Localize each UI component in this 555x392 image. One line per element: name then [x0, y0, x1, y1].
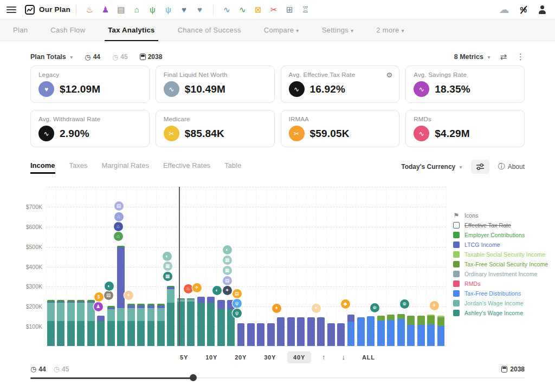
bar-segment-g[interactable]: [397, 314, 405, 319]
milestone-account-icon-3[interactable]: ◐: [223, 245, 232, 254]
bar-segment-a[interactable]: [217, 309, 225, 346]
range-button-all[interactable]: ALL: [356, 351, 381, 363]
milestone-travel-icon[interactable]: ✈: [192, 283, 202, 292]
milestone-travel-globe-icon[interactable]: ⊕: [370, 303, 379, 312]
bar-segment-l[interactable]: [127, 305, 135, 308]
bar-segment-a[interactable]: [177, 302, 185, 346]
bar-segment-a[interactable]: [207, 303, 215, 346]
bar-segment-l[interactable]: [327, 323, 335, 346]
year-chip[interactable]: 2038: [140, 53, 163, 61]
bar-segment-b[interactable]: [427, 324, 435, 346]
bar-segment-e[interactable]: [47, 300, 55, 302]
bank-add-icon[interactable]: ♖: [298, 0, 313, 19]
bar-segment-e[interactable]: [157, 304, 165, 305]
age-primary-chip[interactable]: ◷44: [85, 53, 100, 61]
burn-rate-flame-icon[interactable]: ♨: [82, 0, 98, 19]
range-button-10y[interactable]: 10Y: [199, 351, 223, 363]
chart-tab-effective-rates[interactable]: Effective Rates: [163, 161, 210, 173]
about-button[interactable]: ⓘAbout: [498, 162, 525, 172]
range-button-40y[interactable]: 40Y: [287, 351, 311, 363]
bar-segment-a[interactable]: [187, 302, 195, 346]
selected-year-line[interactable]: [179, 187, 180, 346]
tax-toggle-icon[interactable]: %: [520, 5, 527, 14]
bar-segment-l[interactable]: [337, 323, 345, 346]
bar-segment-j[interactable]: [47, 303, 55, 321]
bar-segment-l[interactable]: [157, 305, 165, 308]
milestone-business-icon-4[interactable]: ▦: [223, 266, 232, 275]
bar-segment-l[interactable]: [77, 302, 85, 303]
milestone-home-icon[interactable]: ⌂: [114, 222, 123, 231]
milestone-money-icon[interactable]: $: [94, 292, 104, 302]
tab-compare[interactable]: Compare▾: [259, 19, 305, 41]
bar-segment-g[interactable]: [417, 316, 425, 325]
bar-segment-l[interactable]: [87, 302, 95, 303]
bar-segment-b[interactable]: [367, 316, 375, 346]
tab-cash-flow[interactable]: Cash Flow: [45, 19, 91, 41]
bar-segment-j[interactable]: [57, 303, 64, 321]
cut-expense-scissors-icon[interactable]: ✂: [266, 0, 282, 19]
retirement-palm-icon-2[interactable]: ψ: [160, 0, 176, 19]
milestone-home-search-icon[interactable]: ⌂: [114, 232, 123, 241]
bar-segment-b[interactable]: [347, 322, 355, 346]
shift-down-button[interactable]: ↓: [337, 351, 351, 363]
milestone-education-icon-4[interactable]: ✦: [312, 304, 321, 313]
bar-segment-j[interactable]: [127, 308, 135, 321]
legend-item-jordan-s-wage-income[interactable]: Jordan's Wage Income: [453, 298, 548, 308]
home-purchase-icon[interactable]: ⌂: [129, 0, 145, 19]
bar-segment-a[interactable]: [97, 321, 105, 346]
legend-item-ashley-s-wage-income[interactable]: Ashley's Wage Income: [453, 308, 548, 318]
bar-segment-g[interactable]: [437, 317, 445, 326]
range-button-5y[interactable]: 5Y: [174, 351, 194, 363]
bar-segment-j[interactable]: [77, 303, 85, 321]
tab-chance-of-success[interactable]: Chance of Success: [172, 19, 247, 41]
bar-segment-t[interactable]: [437, 316, 445, 317]
bar-segment-e[interactable]: [67, 300, 75, 302]
bar-segment-e[interactable]: [57, 300, 64, 302]
bar-segment-a[interactable]: [137, 321, 145, 346]
bar-segment-e[interactable]: [187, 298, 195, 299]
milestone-travel-icon-2[interactable]: ✈: [430, 301, 439, 310]
bar-segment-b[interactable]: [397, 319, 405, 346]
tab-more[interactable]: 2 more▾: [371, 19, 410, 41]
bar-segment-b[interactable]: [377, 321, 385, 346]
bar-segment-e[interactable]: [137, 304, 145, 305]
kebab-menu-icon[interactable]: ⋮: [517, 52, 525, 62]
cashflow-chart-icon[interactable]: ∿: [219, 0, 235, 19]
app-logo-icon[interactable]: [25, 5, 35, 15]
bar-segment-a[interactable]: [47, 321, 55, 346]
milestone-travel-globe-icon-2[interactable]: ⊕: [400, 299, 409, 309]
milestone-account-icon-4[interactable]: ◐: [212, 286, 222, 295]
bar-segment-l[interactable]: [207, 297, 215, 303]
healthcare-heart-icon[interactable]: ♥: [176, 0, 192, 19]
milestone-diamond-icon[interactable]: ◆: [341, 299, 350, 309]
legend-item-taxable-social-security-income[interactable]: Taxable Social Security Income: [453, 250, 548, 259]
bar-segment-l[interactable]: [167, 287, 175, 289]
bar-segment-g[interactable]: [387, 315, 395, 320]
milestone-account-icon-2[interactable]: ◐: [163, 252, 172, 261]
milestone-retirement-icon[interactable]: ψ: [233, 299, 242, 308]
gear-icon[interactable]: ⚙: [386, 71, 393, 79]
milestone-bag-icon-2[interactable]: ▤: [223, 276, 232, 285]
milestone-bag-plus-icon[interactable]: ▤: [233, 289, 242, 298]
bar-segment-g[interactable]: [407, 316, 415, 325]
bar-segment-e[interactable]: [77, 300, 85, 302]
tab-tax-analytics[interactable]: Tax Analytics: [102, 19, 160, 41]
bar-segment-j[interactable]: [157, 308, 165, 321]
bar-segment-e[interactable]: [87, 300, 95, 302]
bar-segment-b[interactable]: [417, 325, 425, 346]
tab-plan[interactable]: Plan: [8, 19, 33, 41]
bar-segment-l[interactable]: [117, 247, 125, 308]
bar-segment-a[interactable]: [167, 303, 175, 346]
bar-segment-j[interactable]: [107, 309, 115, 321]
milestone-business-icon-3[interactable]: ▦: [223, 256, 232, 265]
bar-segment-l[interactable]: [317, 317, 325, 346]
account-icon[interactable]: [538, 5, 546, 14]
bar-segment-e[interactable]: [147, 304, 155, 305]
bar-segment-l[interactable]: [247, 323, 255, 346]
bar-segment-l[interactable]: [177, 299, 185, 299]
legend-item-tax-free-social-security-income[interactable]: Tax-Free Social Security Income: [453, 259, 548, 269]
tax-event-icon[interactable]: ⊠: [250, 0, 266, 19]
metrics-count-dropdown[interactable]: 8 Metrics ▾: [454, 53, 491, 61]
growth-chart-icon[interactable]: ∿: [235, 0, 250, 19]
bar-segment-b[interactable]: [437, 326, 445, 346]
